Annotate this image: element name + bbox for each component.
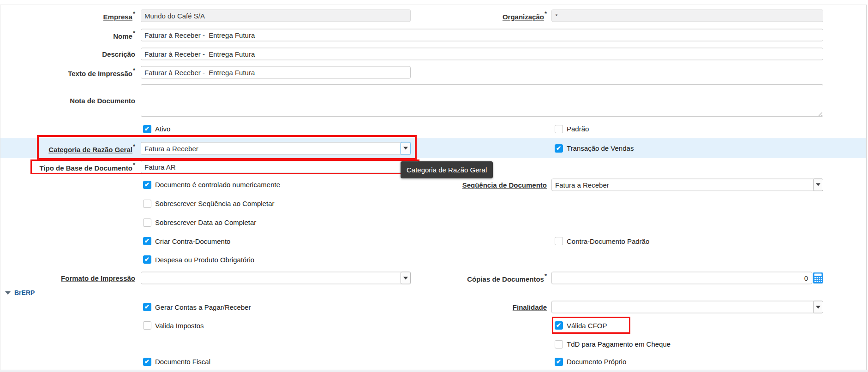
tipo-base-input[interactable] (141, 160, 411, 173)
valida-impostos-checkbox[interactable] (143, 321, 151, 330)
row-categoria-razao: Categoria de Razão Geral* Transação de V… (0, 138, 866, 159)
despesa-produto-checkbox-label: Despesa ou Produto Obrigatório (155, 256, 254, 264)
nome-input[interactable] (141, 29, 823, 41)
tdd-cheque-checkbox-label: TdD para Pagamento em Cheque (567, 340, 670, 348)
row-formato-impressao: Formato de Impressão Cópias de Documento… (0, 269, 866, 288)
categoria-razao-combo (141, 142, 411, 154)
categoria-razao-input[interactable] (141, 142, 411, 154)
sequencia-input[interactable] (551, 178, 823, 191)
categoria-razao-label-text[interactable]: Categoria de Razão Geral (48, 145, 132, 153)
chevron-down-icon (816, 306, 820, 308)
required-marker: * (133, 29, 135, 36)
doc-controlado-checkbox[interactable] (143, 181, 151, 189)
formato-impressao-input[interactable] (141, 272, 411, 284)
sobrescrever-seq-checkbox-row: Sobrescrever Seqüência ao Completar (143, 200, 274, 208)
finalidade-label-text[interactable]: Finalidade (513, 303, 547, 311)
doc-fiscal-checkbox[interactable] (143, 358, 151, 366)
doc-proprio-checkbox-label: Documento Próprio (567, 358, 626, 366)
finalidade-combo-button[interactable] (813, 301, 823, 313)
row-descricao: Descrição (0, 44, 866, 64)
nome-field (141, 29, 823, 41)
categoria-razao-label[interactable]: Categoria de Razão Geral* (0, 143, 135, 153)
valida-cfop-checkbox-row: Válida CFOP (555, 321, 607, 330)
tooltip-categoria-razao: Categoria de Razão Geral (401, 161, 493, 178)
tipo-base-label-text: Tipo de Base de Documento (40, 164, 132, 171)
empresa-label-text[interactable]: Empresa (103, 12, 132, 20)
descricao-input[interactable] (141, 47, 823, 60)
valida-impostos-checkbox-row: Valida Impostos (143, 321, 204, 330)
required-marker: * (545, 10, 547, 17)
padrao-checkbox[interactable] (555, 125, 563, 133)
finalidade-combo (551, 301, 823, 313)
sobrescrever-data-checkbox-label: Sobrescrever Data ao Completar (155, 218, 256, 226)
doc-controlado-checkbox-row: Documento é controlado numericamente (143, 181, 280, 189)
categoria-razao-combo-button[interactable] (401, 142, 411, 154)
doc-proprio-checkbox[interactable] (555, 358, 563, 366)
sobrescrever-seq-checkbox[interactable] (143, 200, 151, 208)
doc-fiscal-checkbox-label: Documento Fiscal (155, 358, 210, 366)
required-marker: * (133, 67, 135, 74)
nota-documento-label-text: Nota de Documento (70, 97, 135, 105)
row-empresa: Empresa* Organização* (0, 6, 866, 26)
texto-impressao-input[interactable] (141, 66, 411, 79)
row-criar-contra: Criar Contra-Documento Contra-Documento … (0, 232, 866, 251)
transacao-vendas-checkbox-row: Transação de Vendas (555, 144, 634, 153)
ativo-checkbox[interactable] (143, 125, 151, 133)
gerar-contas-checkbox-label: Gerar Contas a Pagar/Receber (155, 303, 251, 311)
row-nome: Nome* (0, 25, 866, 45)
criar-contra-checkbox-label: Criar Contra-Documento (155, 237, 230, 245)
empresa-label[interactable]: Empresa* (0, 11, 135, 20)
despesa-produto-checkbox-row: Despesa ou Produto Obrigatório (143, 255, 254, 264)
panel-right-border (866, 5, 867, 370)
copias-label: Cópias de Documentos* (414, 273, 547, 283)
valida-cfop-checkbox-label: Válida CFOP (567, 322, 607, 330)
sobrescrever-seq-checkbox-label: Sobrescrever Seqüência ao Completar (155, 200, 274, 207)
organizacao-label[interactable]: Organização* (414, 11, 547, 20)
sequencia-combo-button[interactable] (813, 178, 823, 191)
collapse-triangle-icon[interactable] (5, 291, 11, 295)
formato-impressao-label-text[interactable]: Formato de Impressão (61, 274, 135, 282)
descricao-field (141, 47, 823, 60)
despesa-produto-checkbox[interactable] (143, 255, 151, 264)
organizacao-input[interactable] (551, 9, 823, 22)
row-sobrescrever-seq: Sobrescrever Seqüência ao Completar (0, 194, 866, 213)
empresa-field (141, 9, 411, 22)
texto-impressao-label-text: Texto de Impressão (68, 70, 132, 77)
criar-contra-checkbox[interactable] (143, 237, 151, 245)
panel-top-border (0, 5, 867, 5)
brerp-section-label[interactable]: BrERP (14, 289, 35, 296)
row-doc-fiscal: Documento Fiscal Documento Próprio (0, 354, 866, 370)
empresa-input[interactable] (141, 9, 411, 22)
formato-impressao-combo (141, 272, 411, 284)
valida-cfop-checkbox[interactable] (555, 321, 563, 330)
tipo-base-label: Tipo de Base de Documento* (0, 162, 135, 171)
calculator-button[interactable] (813, 272, 823, 284)
valida-impostos-checkbox-label: Valida Impostos (155, 322, 204, 330)
tdd-cheque-checkbox[interactable] (555, 340, 563, 348)
sequencia-label[interactable]: Seqüência de Documento (414, 181, 547, 189)
gerar-contas-checkbox[interactable] (143, 303, 151, 311)
sequencia-label-text[interactable]: Seqüência de Documento (462, 181, 547, 189)
tdd-cheque-checkbox-row: TdD para Pagamento em Cheque (555, 340, 670, 348)
copias-input[interactable] (551, 272, 812, 284)
nota-documento-textarea[interactable] (141, 84, 823, 117)
doc-fiscal-checkbox-row: Documento Fiscal (143, 358, 210, 366)
row-tdd-cheque: TdD para Pagamento em Cheque (0, 335, 866, 354)
brerp-section-header[interactable]: BrERP (0, 287, 866, 299)
descricao-label: Descrição (0, 50, 135, 58)
formato-impressao-combo-button[interactable] (401, 272, 411, 284)
tipo-base-combo (141, 160, 411, 173)
row-ativo: Ativo Padrão (0, 119, 866, 139)
row-sobrescrever-data: Sobrescrever Data ao Completar (0, 213, 866, 232)
transacao-vendas-checkbox[interactable] (555, 144, 563, 153)
finalidade-input[interactable] (551, 301, 823, 313)
required-marker: * (545, 272, 547, 279)
finalidade-label[interactable]: Finalidade (414, 303, 547, 311)
contra-padrao-checkbox[interactable] (555, 237, 563, 245)
row-nota-documento: Nota de Documento (0, 82, 866, 120)
row-gerar-contas: Gerar Contas a Pagar/Receber Finalidade (0, 298, 866, 317)
sobrescrever-data-checkbox[interactable] (143, 218, 151, 227)
formato-impressao-label[interactable]: Formato de Impressão (0, 274, 135, 282)
chevron-down-icon (816, 183, 820, 186)
organizacao-label-text[interactable]: Organização (503, 12, 544, 20)
